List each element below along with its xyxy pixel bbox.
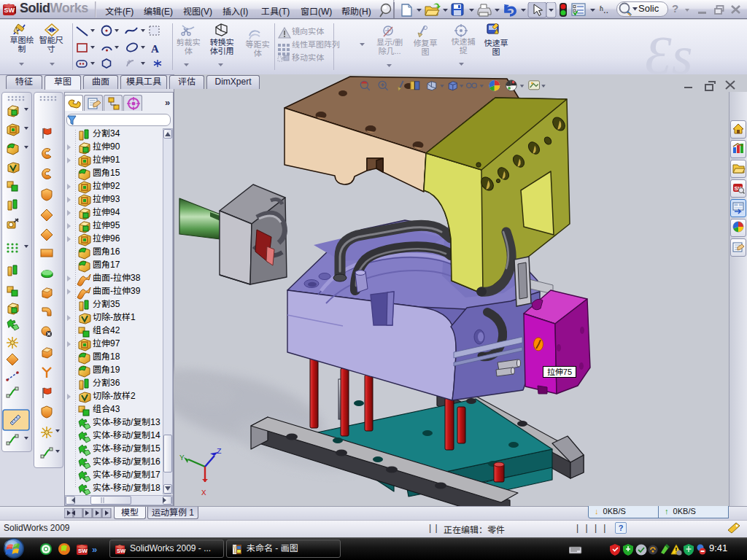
svg-text:SW: SW [78, 548, 88, 554]
svg-text:Ɛs: Ɛs [645, 26, 692, 75]
svg-text:Y: Y [179, 454, 185, 462]
svg-text:X: X [201, 489, 206, 497]
svg-text:»: » [92, 544, 97, 555]
svg-text:SW: SW [117, 548, 126, 554]
svg-text:ʱ..: ʱ.. [600, 4, 608, 15]
svg-text:Z: Z [217, 447, 222, 456]
